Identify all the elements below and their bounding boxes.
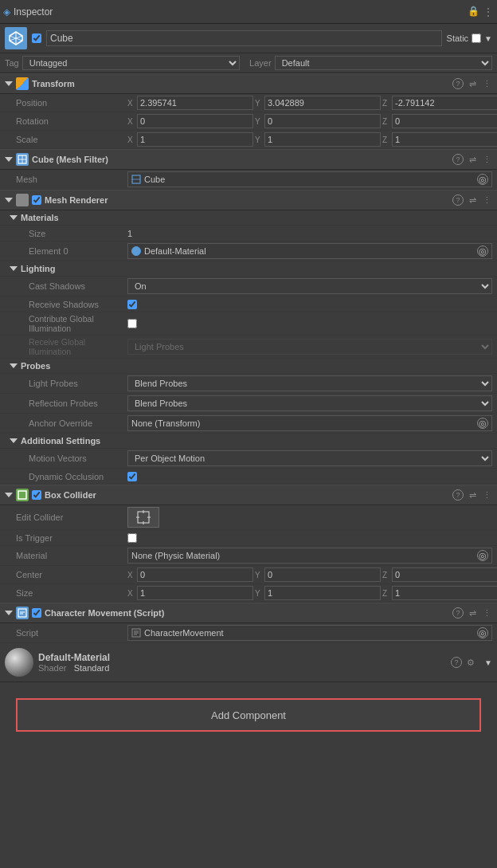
receive-gi-select[interactable]: Light Probes [127,339,492,355]
mesh-filter-info-icon[interactable]: ? [452,154,464,165]
collider-size-x-input[interactable]: 1 [137,586,253,600]
dynamic-occlusion-checkbox[interactable] [127,472,137,481]
material-info-icon[interactable]: ? [451,657,462,668]
object-active-checkbox[interactable] [32,33,41,43]
material-settings-icon[interactable]: ⚙ [465,657,476,668]
position-z-label: Z [382,99,390,108]
additional-settings-subsection[interactable]: Additional Settings [0,434,497,449]
static-checkbox[interactable] [472,33,481,43]
collider-material-target-icon[interactable]: ◎ [477,550,488,561]
character-movement-settings-icon[interactable]: ⇌ [467,607,478,619]
edit-collider-row: Edit Collider [0,505,497,530]
character-movement-info-icon[interactable]: ? [452,607,464,619]
menu-icon[interactable]: ⋮ [483,6,494,18]
rotation-y-label: Y [255,117,263,126]
tag-select[interactable]: Untagged [22,56,240,70]
add-component-button[interactable]: Add Component [16,698,481,732]
box-collider-collapse-arrow [5,493,13,497]
svg-rect-10 [138,512,149,523]
mesh-renderer-section-header[interactable]: Mesh Renderer ? ⇌ ⋮ [0,190,497,210]
collider-center-xyz: X 0 Y 0 Z 0 [127,568,497,582]
lighting-subsection[interactable]: Lighting [0,261,497,277]
mesh-target-icon[interactable]: ◎ [477,174,488,185]
motion-vectors-select[interactable]: Per Object Motion [127,450,492,466]
rotation-y-item: Y 0 [255,114,381,128]
receive-shadows-row: Receive Shadows [0,297,497,312]
material-name: Default-Material [38,652,446,663]
character-movement-overflow-icon[interactable]: ⋮ [481,607,492,619]
center-x-input[interactable]: 0 [137,568,253,582]
anchor-override-target-icon[interactable]: ◎ [477,418,488,429]
position-z-input[interactable]: -2.791142 [392,96,497,110]
transform-settings-icon[interactable]: ⇌ [467,78,478,89]
scale-x-input[interactable]: 1 [137,132,253,147]
transform-section-header[interactable]: Transform ? ⇌ ⋮ [0,73,497,94]
box-collider-info-icon[interactable]: ? [452,489,464,501]
contribute-gi-checkbox[interactable] [127,319,137,328]
is-trigger-row: Is Trigger [0,530,497,546]
character-movement-active-checkbox[interactable] [32,608,41,618]
svg-rect-9 [18,491,26,499]
scale-y-input[interactable]: 1 [264,132,381,147]
is-trigger-label: Is Trigger [16,533,127,543]
rotation-xyz-group: X 0 Y 0 Z 0 [127,114,497,128]
contribute-gi-row: Contribute Global Illumination [0,312,497,336]
mesh-filter-section-header[interactable]: Cube (Mesh Filter) ? ⇌ ⋮ [0,149,497,170]
layer-select[interactable]: Default [275,56,492,70]
transform-overflow-icon[interactable]: ⋮ [481,78,492,89]
rotation-x-input[interactable]: 0 [137,114,253,128]
mesh-renderer-active-checkbox[interactable] [32,195,41,205]
script-field[interactable]: CharacterMovement ◎ [127,625,492,641]
element0-target-icon[interactable]: ◎ [477,245,488,257]
is-trigger-checkbox[interactable] [127,533,137,543]
collider-size-z-input[interactable]: 1 [392,586,497,600]
dynamic-occlusion-label: Dynamic Occlusion [16,472,127,481]
mesh-renderer-settings-icon[interactable]: ⇌ [467,194,478,206]
box-collider-active-checkbox[interactable] [32,490,41,500]
collider-size-y-input[interactable]: 1 [264,586,381,600]
position-z-item: Z -2.791142 [382,96,497,110]
edit-collider-button[interactable] [127,507,159,528]
light-probes-select[interactable]: Blend Probes [127,375,492,391]
materials-title: Materials [21,213,492,222]
probes-subsection[interactable]: Probes [0,359,497,374]
character-movement-section-header[interactable]: Character Movement (Script) ? ⇌ ⋮ [0,603,497,623]
mesh-filter-settings-icon[interactable]: ⇌ [467,154,478,165]
position-label: Position [16,98,127,108]
element0-field[interactable]: Default-Material ◎ [127,243,492,259]
mesh-field[interactable]: Cube ◎ [127,171,492,187]
mesh-renderer-icon [16,194,29,206]
additional-settings-title: Additional Settings [21,436,492,446]
mesh-renderer-overflow-icon[interactable]: ⋮ [481,194,492,206]
position-x-input[interactable]: 2.395741 [137,96,253,110]
scale-z-input[interactable]: 1 [392,132,497,147]
rotation-y-input[interactable]: 0 [264,114,381,128]
scale-label: Scale [16,135,127,144]
anchor-override-field[interactable]: None (Transform) ◎ [127,415,492,431]
mesh-renderer-info-icon[interactable]: ? [452,194,464,206]
mesh-filter-overflow-icon[interactable]: ⋮ [481,154,492,165]
receive-shadows-checkbox[interactable] [127,300,137,309]
collider-size-z-label: Z [382,589,390,598]
reflection-probes-select[interactable]: Blend Probes [127,395,492,411]
script-target-icon[interactable]: ◎ [477,627,488,638]
object-name-input[interactable]: Cube [46,30,442,46]
static-dropdown-icon[interactable]: ▼ [484,34,492,43]
material-dropdown-icon[interactable]: ▼ [484,658,492,667]
center-y-input[interactable]: 0 [264,568,381,582]
materials-subsection[interactable]: Materials [0,210,497,226]
box-collider-settings-icon[interactable]: ⇌ [467,489,478,501]
box-collider-overflow-icon[interactable]: ⋮ [481,489,492,501]
material-shader-label: Shader [38,663,66,673]
mesh-renderer-collapse-arrow [5,198,13,202]
position-y-input[interactable]: 3.042889 [264,96,381,110]
box-collider-section-header[interactable]: Box Collider ? ⇌ ⋮ [0,485,497,505]
collider-material-field[interactable]: None (Physic Material) ◎ [127,548,492,564]
transform-info-icon[interactable]: ? [452,78,464,89]
scale-xyz-group: X 1 Y 1 Z 1 [127,132,497,147]
cast-shadows-select[interactable]: On [127,278,492,294]
lock-icon[interactable]: 🔒 [468,6,479,18]
rotation-z-input[interactable]: 0 [392,114,497,128]
mesh-label: Mesh [16,175,127,184]
center-z-input[interactable]: 0 [392,568,497,582]
